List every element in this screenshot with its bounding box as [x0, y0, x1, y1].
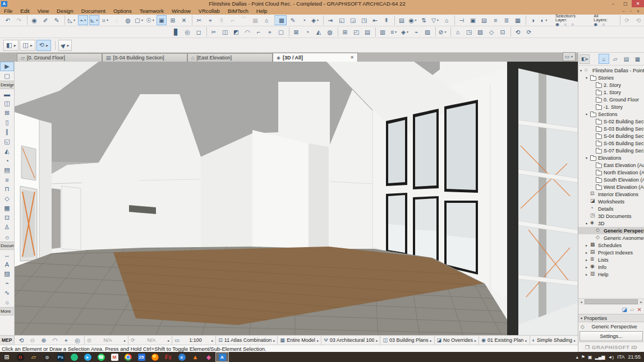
tree-stories[interactable]: ▾ Stories	[578, 74, 644, 81]
messenger-green-icon[interactable]	[67, 352, 81, 362]
tree-elev-west[interactable]: West Elevation (Auto-rebui	[578, 183, 644, 191]
cancel-icon[interactable]: ✕▼	[179, 15, 189, 25]
view-display-options-button[interactable]: ▭ ▼	[563, 52, 576, 61]
tree-expander-icon[interactable]: ▸	[586, 258, 590, 262]
tree-info[interactable]: ▸ ◉ Info	[578, 263, 644, 271]
wall-tool[interactable]: ▬	[0, 89, 14, 99]
tree-help[interactable]: ▸ ▥ Help	[578, 271, 644, 278]
display-order-mid-icon[interactable]: ◲▼	[348, 15, 358, 25]
spline-tool[interactable]: ∿	[0, 288, 14, 298]
menu-item[interactable]: Window	[168, 7, 195, 15]
default-settings-icon[interactable]: ⌂▼	[441, 15, 452, 25]
curtain-wall-tool[interactable]: ▤	[0, 165, 14, 175]
tree-elev-north[interactable]: North Elevation (Auto-rebu	[578, 169, 644, 176]
tree-elev-east[interactable]: East Elevation (Auto-rebuil	[578, 161, 644, 169]
scale-status[interactable]: ▭ 1:100 ▸	[172, 336, 215, 345]
menu-item[interactable]: Design	[53, 7, 77, 15]
structure-display-status[interactable]: ▦ Entire Model ▸	[277, 336, 321, 345]
tree-expander-icon[interactable]: ▸	[586, 250, 590, 254]
tree-elev-south[interactable]: South Elevation (Auto-rebu	[578, 176, 644, 183]
diamond-icon[interactable]: ◇▼	[486, 27, 496, 37]
language-indicator[interactable]: ITA	[617, 354, 624, 360]
undo-icon[interactable]: ↶▼	[3, 15, 13, 25]
object-tool[interactable]: ♙	[0, 222, 14, 232]
restore-button[interactable]: ▢	[619, 0, 632, 7]
edge-icon[interactable]: e	[175, 352, 188, 362]
railing-tool[interactable]: ⊓	[0, 184, 14, 194]
rotate-icon[interactable]: ◩▼	[231, 27, 241, 37]
telegram-icon[interactable]: ▸	[81, 352, 94, 362]
orbit-icon[interactable]: ⟲	[17, 335, 26, 345]
navigator-hscrollbar[interactable]: ◂ ▸	[578, 298, 644, 305]
status-toggle-icon[interactable]: ⇅▼	[419, 15, 429, 25]
mesh-tool[interactable]: ▦	[0, 203, 14, 213]
door-tool[interactable]: ◫	[0, 99, 14, 108]
tree-expander-icon[interactable]: ▸	[586, 265, 590, 269]
archicad-taskbar-icon[interactable]: A	[215, 352, 229, 362]
polyline-tool[interactable]: ⌁	[0, 279, 14, 288]
tree-section-s05[interactable]: S-05 Building Section (Auto	[578, 140, 644, 147]
pattern2-icon[interactable]: ▧▼	[475, 27, 485, 37]
tree-schedules[interactable]: ▸ ▦ Schedules	[578, 242, 644, 249]
line-weight-icon[interactable]: ≡▼	[490, 15, 500, 25]
filter-icon[interactable]: ⊘▼	[435, 27, 448, 37]
hatch-icon[interactable]: ▨▼	[422, 27, 433, 37]
design-section-label[interactable]: Design	[0, 81, 14, 89]
pick-up-parameters-icon[interactable]: ✐▼	[40, 15, 50, 25]
morph-tool[interactable]: ◇	[0, 194, 14, 203]
tree-elevations[interactable]: ▾ Elevations	[578, 154, 644, 161]
orbit-cw-icon[interactable]: ⟳▼	[524, 27, 534, 37]
tree-story-0[interactable]: 0. Ground Floor	[578, 96, 644, 103]
chrome-icon[interactable]	[121, 352, 135, 362]
tree-section-s02[interactable]: S-02 Building Section (Auto	[578, 118, 644, 125]
tree-section-s03[interactable]: S-03 Building Section (Auto	[578, 125, 644, 132]
elevation-edit-icon[interactable]: ⌂▼	[261, 15, 272, 25]
display-order-front-icon[interactable]: ◱▼	[337, 15, 347, 25]
tab-ground-floor[interactable]: ▱ [0. Ground Floor]	[17, 53, 102, 62]
gimp-icon[interactable]: ◍	[40, 352, 54, 362]
shell-ops-icon[interactable]: ◔▼	[302, 27, 312, 37]
walk-icon[interactable]: ⌖	[62, 335, 71, 345]
tree-generic-axonometry[interactable]: ◇ Generic Axonometry	[578, 234, 644, 242]
order-reset-icon[interactable]: ⇞▼	[381, 15, 392, 25]
scroll-thumb[interactable]	[585, 299, 638, 304]
3d-style-status[interactable]: ◐ Simple Shading ▸	[530, 336, 578, 345]
tree-expander-icon[interactable]: ▾	[580, 68, 585, 72]
home-view-icon[interactable]: ⌂▼	[450, 27, 463, 37]
mirror-icon[interactable]: ◫▼	[220, 27, 230, 37]
menu-item[interactable]: View	[34, 7, 53, 15]
pen-set-status[interactable]: Ψ 03 Architectural 100 ▸	[321, 336, 380, 345]
tree-3d[interactable]: ▾ ◈ 3D	[578, 220, 644, 227]
close-navigator-icon[interactable]: ✕	[637, 307, 642, 313]
settings-button[interactable]: Settings...	[579, 331, 643, 341]
tree-section-s07[interactable]: S-07 Building Section (Auto	[578, 147, 644, 154]
send-backward-icon[interactable]: ⇤▼	[370, 15, 380, 25]
marquee-tool[interactable]: ▢	[0, 71, 14, 81]
open-settings-dialog-icon[interactable]: ◪	[622, 307, 627, 313]
stretch-icon[interactable]: ⇳▼	[217, 15, 227, 25]
tab-east-elevation[interactable]: ⌂ [East Elevation]	[187, 53, 273, 62]
fillet-icon[interactable]: ⌐▼	[254, 27, 264, 37]
polyline2-icon[interactable]: ⌁▼	[411, 27, 421, 37]
zoom-select-icon[interactable]: ◎▼	[182, 27, 192, 37]
fillet-chamfer-icon[interactable]: ⌐▼	[228, 15, 238, 25]
scroll-right-icon[interactable]: ▸	[638, 300, 644, 304]
sync-down-icon[interactable]: ⟲	[633, 15, 643, 25]
guide-lines-icon[interactable]: ◺▼	[65, 15, 77, 25]
orbit-ccw-icon[interactable]: ⟲▼	[510, 27, 523, 37]
fill-solid-icon[interactable]: ▣▼	[468, 15, 478, 25]
menu-item[interactable]: Help	[252, 7, 272, 15]
dimension-tool[interactable]: ↔	[0, 250, 14, 259]
layout-settings-button[interactable]: ◫▶	[20, 40, 35, 51]
orbit-button[interactable]: ⟲▶	[36, 40, 51, 51]
renovation-filter-status[interactable]: ◉ 01 Existing Plan ▸	[479, 336, 529, 345]
tree-story-minus1[interactable]: -1. Story	[578, 103, 644, 110]
pan-icon[interactable]: ◠	[50, 335, 59, 345]
split-icon[interactable]: ✂▼	[192, 15, 204, 25]
save-favorite-icon[interactable]: ▽▼	[430, 15, 440, 25]
slab-tool[interactable]: ◱	[0, 137, 14, 146]
list-dd-icon[interactable]: ≡▼	[389, 27, 399, 37]
renovation-filter-icon[interactable]: ◉▼	[408, 15, 418, 25]
tree-story-1[interactable]: 1. Story	[578, 89, 644, 96]
group-toggle-icon[interactable]: ▩▼	[274, 15, 287, 25]
